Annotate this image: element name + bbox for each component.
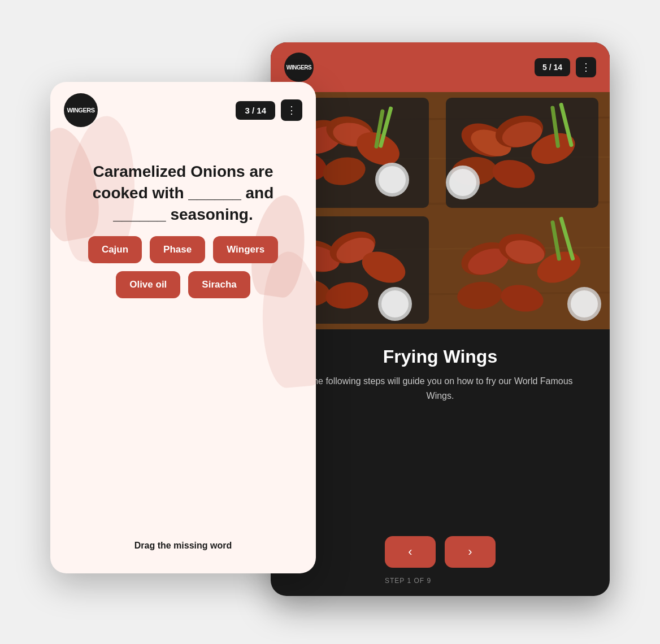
front-card: WINGERS 3 / 14 ⋮ Caramelized Onions are … bbox=[50, 82, 316, 573]
svg-point-51 bbox=[571, 290, 598, 317]
front-card-body: Caramelized Onions are cooked with _____… bbox=[50, 138, 316, 573]
nav-section: ‹ › STEP 1 OF 9 bbox=[385, 525, 496, 585]
back-card-content: Frying Wings The following steps will gu… bbox=[271, 329, 610, 596]
quiz-content: Caramelized Onions are cooked with _____… bbox=[67, 150, 299, 298]
option-cajun[interactable]: Cajun bbox=[88, 236, 142, 263]
back-card-page-indicator: 5 / 14 bbox=[535, 58, 570, 76]
wingers-logo-back-text: WINGERS bbox=[286, 64, 311, 71]
option-olive-oil[interactable]: Olive oil bbox=[116, 271, 180, 298]
svg-point-39 bbox=[381, 290, 409, 317]
option-wingers[interactable]: Wingers bbox=[213, 236, 278, 263]
wingers-logo-back: WINGERS bbox=[284, 53, 314, 82]
wings-svg-illustration bbox=[271, 92, 610, 329]
scene: WINGERS 5 / 14 ⋮ bbox=[33, 25, 627, 619]
step-indicator: STEP 1 OF 9 bbox=[385, 577, 496, 585]
wingers-logo-front: WINGERS bbox=[64, 93, 98, 127]
svg-point-27 bbox=[449, 169, 476, 196]
back-card: WINGERS 5 / 14 ⋮ bbox=[271, 42, 610, 596]
front-card-page-indicator: 3 / 14 bbox=[236, 101, 275, 120]
front-card-menu-button[interactable]: ⋮ bbox=[281, 99, 302, 121]
front-card-header-right: 3 / 14 ⋮ bbox=[236, 99, 302, 121]
front-card-header: WINGERS 3 / 14 ⋮ bbox=[50, 82, 316, 138]
next-button[interactable]: › bbox=[445, 536, 496, 568]
svg-point-15 bbox=[379, 166, 406, 193]
back-card-header: WINGERS 5 / 14 ⋮ bbox=[271, 42, 610, 92]
frying-wings-description: The following steps will guide you on ho… bbox=[293, 374, 587, 403]
frying-wings-title: Frying Wings bbox=[293, 346, 587, 367]
drag-hint: Drag the missing word bbox=[134, 541, 232, 551]
nav-buttons: ‹ › bbox=[385, 536, 496, 568]
option-siracha[interactable]: Siracha bbox=[188, 271, 250, 298]
answer-options: Cajun Phase Wingers Olive oil Siracha bbox=[67, 236, 299, 298]
back-card-header-right: 5 / 14 ⋮ bbox=[535, 57, 596, 77]
back-card-menu-button[interactable]: ⋮ bbox=[576, 57, 596, 77]
wings-image bbox=[271, 92, 610, 329]
wingers-logo-front-text: WINGERS bbox=[67, 107, 94, 114]
frying-wings-text-block: Frying Wings The following steps will gu… bbox=[293, 346, 587, 403]
quiz-question: Caramelized Onions are cooked with _____… bbox=[67, 161, 299, 225]
prev-button[interactable]: ‹ bbox=[385, 536, 436, 568]
option-phase[interactable]: Phase bbox=[150, 236, 205, 263]
